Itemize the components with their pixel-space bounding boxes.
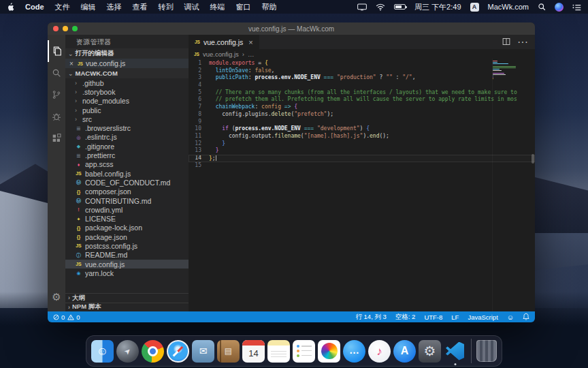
code-line[interactable]: 10 if (process.env.NODE_ENV === "develop…: [189, 125, 535, 133]
minimize-window-button[interactable]: [63, 26, 68, 31]
project-root-header[interactable]: ⌄ MACWK.COM: [65, 68, 189, 78]
tree-file[interactable]: ◎ .eslintrc.js: [65, 133, 189, 142]
messages-icon[interactable]: …: [343, 340, 365, 363]
code-line[interactable]: 9: [189, 119, 535, 126]
code-line[interactable]: 15: [189, 162, 535, 170]
close-icon[interactable]: ×: [69, 60, 75, 67]
tree-file[interactable]: {} composer.json: [65, 187, 189, 196]
notifications-bell-icon[interactable]: [523, 313, 529, 322]
tree-file[interactable]: ⓘ README.md: [65, 251, 189, 260]
tab-vue-config[interactable]: JS vue.config.js ×: [189, 35, 259, 49]
contacts-icon[interactable]: ▤: [217, 340, 240, 363]
menu-clock[interactable]: 周三 下午2:49: [414, 2, 461, 12]
search-view-icon[interactable]: [48, 62, 65, 84]
problems-warnings[interactable]: 0: [67, 313, 80, 321]
code-editor[interactable]: 1 module.exports = { 2 lintOnSave: false…: [189, 59, 535, 311]
tree-file[interactable]: ☰ .browserslistrc: [65, 123, 189, 132]
explorer-icon[interactable]: [48, 40, 65, 62]
code-line[interactable]: 11 config.output.filename("[name].[hash]…: [189, 133, 535, 140]
reminders-icon[interactable]: [293, 340, 315, 363]
system-preferences-icon[interactable]: ⚙: [419, 340, 441, 363]
close-window-button[interactable]: [53, 26, 59, 31]
tree-file[interactable]: {} package.json: [65, 232, 189, 241]
tree-file[interactable]: JS babel.config.js: [65, 169, 189, 178]
menu-item[interactable]: 终端: [210, 2, 225, 12]
menu-item[interactable]: 编辑: [81, 2, 96, 12]
trash-icon[interactable]: [476, 340, 497, 362]
tree-file[interactable]: JS vue.config.js: [65, 260, 189, 269]
sidebar-section-header[interactable]: › 大纲: [65, 293, 189, 303]
launchpad-icon[interactable]: ➤: [116, 340, 139, 363]
status-item[interactable]: 行 14, 列 3: [355, 313, 386, 322]
search-icon[interactable]: [538, 3, 546, 11]
code-line[interactable]: 12 }: [189, 140, 535, 148]
more-actions-icon[interactable]: ···: [517, 36, 528, 48]
extensions-icon[interactable]: [48, 127, 65, 149]
safari-icon[interactable]: [167, 340, 189, 363]
wifi-icon[interactable]: [376, 3, 385, 11]
code-line[interactable]: 1 module.exports = {: [189, 60, 535, 67]
tree-folder[interactable]: › node_modules: [65, 97, 189, 106]
tree-file[interactable]: ✦ LICENSE: [65, 214, 189, 223]
tree-file[interactable]: Ⓜ CODE_OF_CONDUCT.md: [65, 178, 189, 187]
code-line[interactable]: 6 // prefetch them all. Prefetching them…: [189, 96, 535, 104]
siri-icon[interactable]: [555, 3, 564, 12]
feedback-smiley-icon[interactable]: ☺: [507, 313, 514, 321]
window-titlebar[interactable]: vue.config.js — MacWk.com: [48, 22, 535, 35]
menu-item[interactable]: 查看: [133, 2, 148, 12]
code-line[interactable]: 7 chainWebpack: config => {: [189, 104, 535, 111]
breadcrumb[interactable]: JS vue.config.js › …: [189, 49, 535, 59]
open-editor-item[interactable]: × JS vue.config.js: [65, 59, 189, 68]
code-line[interactable]: 3 publicPath: process.env.NODE_ENV === "…: [189, 74, 535, 82]
scrollbar-thumb[interactable]: [532, 154, 534, 164]
open-editors-header[interactable]: ⌄ 打开的编辑器: [65, 48, 189, 59]
tree-file[interactable]: ◉ yarn.lock: [65, 269, 189, 277]
photos-icon[interactable]: [318, 340, 340, 363]
sidebar-section-header[interactable]: › NPM 脚本: [65, 303, 189, 312]
close-tab-icon[interactable]: ×: [248, 38, 252, 46]
menu-item[interactable]: 调试: [184, 2, 199, 12]
appstore-icon[interactable]: A: [393, 340, 416, 363]
code-line[interactable]: 4: [189, 82, 535, 89]
settings-gear-icon[interactable]: ⚙: [48, 286, 65, 307]
menu-item[interactable]: 转到: [159, 2, 174, 12]
minimap[interactable]: [493, 61, 517, 81]
zoom-window-button[interactable]: [72, 26, 78, 31]
menu-account[interactable]: MacWk.com: [488, 3, 529, 11]
source-control-icon[interactable]: [48, 84, 65, 106]
code-line[interactable]: 2 lintOnSave: false,: [189, 67, 535, 75]
tree-folder[interactable]: › .storybook: [65, 87, 189, 96]
code-line[interactable]: 8 config.plugins.delete("prefetch");: [189, 111, 535, 119]
notes-icon[interactable]: [267, 340, 290, 363]
apple-icon[interactable]: [7, 3, 14, 12]
split-editor-icon[interactable]: [502, 36, 510, 48]
tree-file[interactable]: JS postcss.config.js: [65, 241, 189, 250]
finder-icon[interactable]: ☺: [91, 340, 114, 363]
problems-errors[interactable]: 0: [53, 313, 65, 321]
battery-icon[interactable]: [394, 4, 406, 10]
notification-list-icon[interactable]: [572, 3, 581, 11]
chrome-icon[interactable]: [142, 340, 164, 363]
tree-folder[interactable]: › public: [65, 106, 189, 114]
code-line[interactable]: 14 };: [189, 155, 535, 162]
vscode-icon[interactable]: [444, 340, 466, 363]
tree-file[interactable]: ☰ .prettierrc: [65, 151, 189, 159]
input-method-icon[interactable]: A: [470, 3, 479, 12]
menu-item[interactable]: 帮助: [262, 2, 277, 12]
status-item[interactable]: LF: [451, 313, 459, 321]
tree-file[interactable]: {} package-lock.json: [65, 224, 189, 232]
mail-icon[interactable]: ✉: [192, 340, 214, 363]
itunes-icon[interactable]: ♪: [368, 340, 391, 363]
debug-icon[interactable]: [48, 106, 65, 127]
tree-file[interactable]: ♦ app.scss: [65, 160, 189, 169]
status-item[interactable]: JavaScript: [468, 313, 497, 321]
tree-file[interactable]: ◆ .gitignore: [65, 142, 189, 151]
code-line[interactable]: 13 }: [189, 147, 535, 155]
menu-item[interactable]: 窗口: [236, 2, 251, 12]
menu-item[interactable]: 选择: [107, 2, 122, 12]
tree-folder[interactable]: › src: [65, 114, 189, 123]
calendar-icon[interactable]: 14: [242, 340, 265, 363]
tree-file[interactable]: ! crowdin.yml: [65, 205, 189, 214]
status-item[interactable]: UTF-8: [424, 313, 442, 321]
display-icon[interactable]: [357, 3, 367, 11]
